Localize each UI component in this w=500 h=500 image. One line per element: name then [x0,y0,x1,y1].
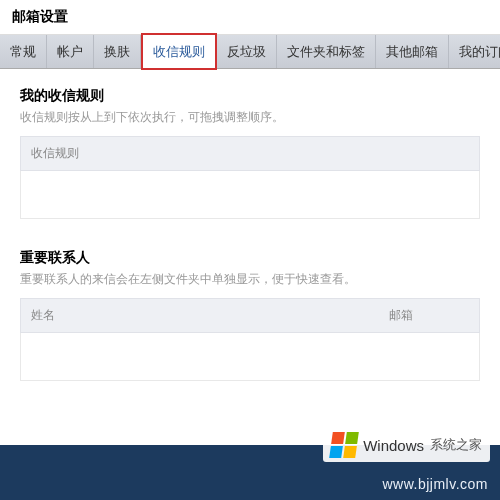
watermark-brand: Windows [363,437,424,454]
tab-subscriptions[interactable]: 我的订阅 [449,35,500,68]
section-rules-title: 我的收信规则 [20,87,480,105]
section-contacts-title: 重要联系人 [20,249,480,267]
window-title: 邮箱设置 [0,0,500,35]
contacts-table-header: 姓名 邮箱 [20,298,480,333]
tab-general[interactable]: 常规 [0,35,47,68]
tab-other-mailboxes[interactable]: 其他邮箱 [376,35,449,68]
contacts-table-body[interactable] [20,333,480,381]
section-contacts-desc: 重要联系人的来信会在左侧文件夹中单独显示，便于快速查看。 [20,271,480,288]
contacts-col-name: 姓名 [31,307,389,324]
contacts-col-email: 邮箱 [389,307,469,324]
tab-folders-tags[interactable]: 文件夹和标签 [277,35,376,68]
rules-table-body[interactable] [20,171,480,219]
tab-bar: 常规 帐户 换肤 收信规则 反垃圾 文件夹和标签 其他邮箱 我的订阅 信纸 体验… [0,35,500,69]
watermark-url: www.bjjmlv.com [382,476,488,492]
tab-receive-rules[interactable]: 收信规则 [141,33,217,70]
tab-account[interactable]: 帐户 [47,35,94,68]
tab-skin[interactable]: 换肤 [94,35,141,68]
section-rules-desc: 收信规则按从上到下依次执行，可拖拽调整顺序。 [20,109,480,126]
section-rules: 我的收信规则 收信规则按从上到下依次执行，可拖拽调整顺序。 收信规则 [20,87,480,219]
watermark-suffix: 系统之家 [430,436,482,454]
tab-antispam[interactable]: 反垃圾 [217,35,277,68]
section-contacts: 重要联系人 重要联系人的来信会在左侧文件夹中单独显示，便于快速查看。 姓名 邮箱 [20,249,480,381]
rules-table-header: 收信规则 [20,136,480,171]
rules-header-label: 收信规则 [31,145,469,162]
content-area: 我的收信规则 收信规则按从上到下依次执行，可拖拽调整顺序。 收信规则 重要联系人… [0,69,500,429]
windows-icon [329,432,359,458]
watermark: Windows 系统之家 [323,428,490,462]
